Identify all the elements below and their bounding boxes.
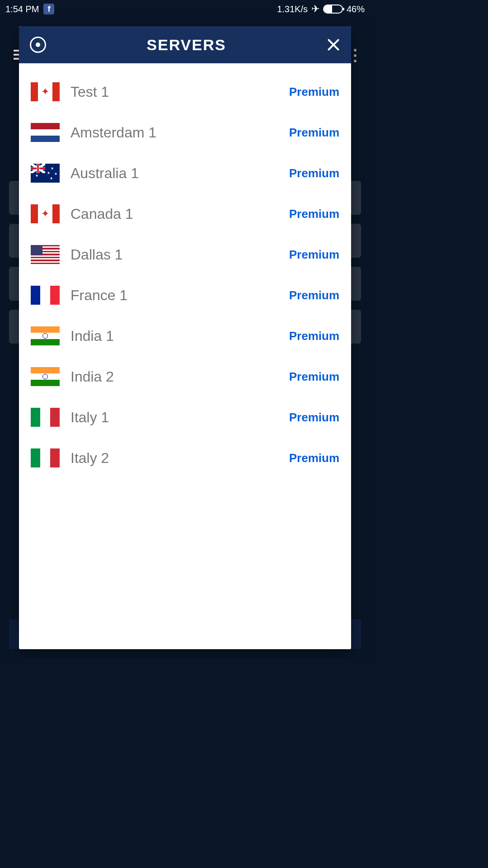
flag-icon (31, 286, 60, 305)
server-item[interactable]: Italy 1Premium (19, 397, 351, 438)
premium-badge: Premium (289, 207, 339, 221)
server-name: Canada 1 (70, 206, 278, 222)
flag-icon (31, 123, 60, 142)
premium-badge: Premium (289, 329, 339, 343)
server-name: Test 1 (70, 84, 278, 100)
servers-modal: SERVERS ✦Test 1PremiumAmsterdam 1Premium… (19, 26, 351, 649)
server-name: Italy 1 (70, 409, 278, 426)
close-icon[interactable] (327, 38, 340, 52)
premium-badge: Premium (289, 126, 339, 140)
status-speed: 1.31K/s (277, 4, 308, 14)
server-name: France 1 (70, 287, 278, 304)
premium-badge: Premium (289, 370, 339, 384)
premium-badge: Premium (289, 410, 339, 425)
server-item[interactable]: France 1Premium (19, 275, 351, 316)
flag-icon: ✦ (31, 204, 60, 223)
status-battery-pct: 46% (347, 4, 365, 14)
server-item[interactable]: ✦Test 1Premium (19, 71, 351, 112)
more-icon (354, 49, 357, 62)
modal-title: SERVERS (147, 36, 226, 54)
modal-header: SERVERS (19, 26, 351, 63)
status-right: 1.31K/s ✈ 46% (277, 3, 365, 15)
premium-badge: Premium (289, 248, 339, 262)
battery-icon (323, 5, 343, 14)
server-item[interactable]: Dallas 1Premium (19, 234, 351, 275)
premium-badge: Premium (289, 451, 339, 465)
server-item[interactable]: ✦Canada 1Premium (19, 193, 351, 234)
airplane-icon: ✈ (311, 3, 319, 15)
flag-icon (31, 245, 60, 264)
flag-icon (31, 326, 60, 345)
server-item[interactable]: ★★★★★Australia 1Premium (19, 153, 351, 193)
server-item[interactable]: Amsterdam 1Premium (19, 112, 351, 153)
flag-icon: ✦ (31, 82, 60, 101)
server-name: Amsterdam 1 (70, 124, 278, 141)
server-name: India 1 (70, 328, 278, 344)
server-item[interactable]: India 1Premium (19, 316, 351, 356)
premium-badge: Premium (289, 85, 339, 99)
server-list[interactable]: ✦Test 1PremiumAmsterdam 1Premium★★★★★Aus… (19, 63, 351, 649)
facebook-icon: f (43, 4, 54, 14)
premium-badge: Premium (289, 166, 339, 180)
flag-icon (31, 448, 60, 467)
location-icon (30, 37, 46, 53)
status-left: 1:54 PM f (5, 4, 54, 14)
server-name: India 2 (70, 368, 278, 385)
status-time: 1:54 PM (5, 4, 39, 14)
server-name: Australia 1 (70, 165, 278, 182)
flag-icon (31, 367, 60, 386)
server-item[interactable]: India 2Premium (19, 356, 351, 397)
flag-icon: ★★★★★ (31, 164, 60, 183)
server-item[interactable]: Italy 2Premium (19, 438, 351, 478)
premium-badge: Premium (289, 288, 339, 302)
server-name: Italy 2 (70, 450, 278, 467)
server-name: Dallas 1 (70, 246, 278, 263)
flag-icon (31, 408, 60, 427)
status-bar: 1:54 PM f 1.31K/s ✈ 46% (0, 0, 370, 18)
